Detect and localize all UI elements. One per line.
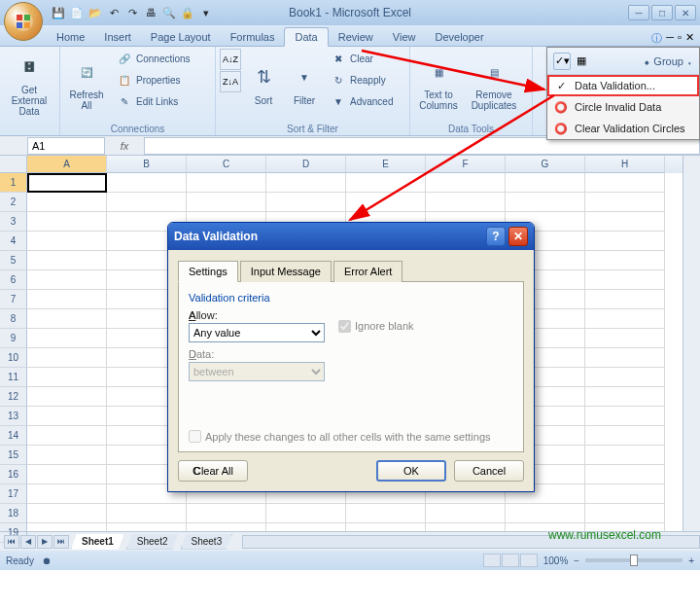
ignore-blank-checkbox[interactable]: Ignore blank [338, 320, 414, 333]
cell[interactable] [585, 212, 665, 232]
dialog-titlebar[interactable]: Data Validation ? ✕ [168, 223, 534, 250]
consolidate-icon[interactable]: ▦ [577, 54, 586, 67]
cell[interactable] [27, 446, 107, 465]
remove-duplicates-button[interactable]: ▤ Remove Duplicates [467, 49, 521, 119]
zoom-in-button[interactable]: + [688, 555, 694, 566]
cell[interactable] [426, 173, 506, 193]
cell[interactable] [585, 387, 665, 407]
column-header[interactable]: E [346, 156, 426, 173]
column-header[interactable]: C [187, 156, 266, 173]
dialog-tab-input-message[interactable]: Input Message [240, 261, 332, 282]
cell[interactable] [107, 504, 187, 523]
cell[interactable] [585, 193, 665, 212]
cell[interactable] [266, 504, 346, 523]
cell[interactable] [266, 173, 346, 193]
cell[interactable] [27, 426, 107, 446]
cell[interactable] [266, 523, 346, 531]
advanced-filter-button[interactable]: ▼Advanced [327, 91, 397, 111]
edit-links-button[interactable]: ✎Edit Links [113, 91, 194, 111]
column-header[interactable]: A [27, 156, 107, 173]
cell[interactable] [585, 290, 665, 309]
cell[interactable] [585, 368, 665, 387]
row-header[interactable]: 13 [0, 407, 27, 426]
cell[interactable] [27, 407, 107, 426]
qat-dropdown-icon[interactable]: ▾ [198, 5, 214, 20]
cell[interactable] [27, 387, 107, 407]
cell[interactable] [27, 251, 107, 270]
row-header[interactable]: 14 [0, 426, 27, 446]
dialog-tab-error-alert[interactable]: Error Alert [333, 261, 403, 282]
cell[interactable] [27, 465, 107, 484]
column-header[interactable]: F [426, 156, 506, 173]
tab-formulas[interactable]: Formulas [221, 28, 285, 46]
cell[interactable] [27, 368, 107, 387]
cell[interactable] [27, 193, 107, 212]
text-to-columns-button[interactable]: ▦ Text to Columns [414, 49, 463, 119]
tab-page-layout[interactable]: Page Layout [141, 28, 221, 46]
cell[interactable] [107, 193, 187, 212]
save-icon[interactable]: 💾 [51, 5, 66, 20]
cell[interactable] [187, 193, 266, 212]
print-icon[interactable]: 🖶 [143, 5, 158, 20]
clear-filter-button[interactable]: ✖Clear [327, 49, 397, 68]
tab-view[interactable]: View [383, 28, 426, 46]
get-external-data-button[interactable]: 🗄️ Get External Data [4, 49, 54, 119]
sort-button[interactable]: ⇅ Sort [245, 49, 282, 119]
cell[interactable] [187, 173, 266, 193]
properties-button[interactable]: 📋Properties [113, 70, 194, 89]
sheet-next-button[interactable]: ▶ [37, 535, 52, 549]
cell[interactable] [585, 251, 665, 270]
new-icon[interactable]: 📄 [69, 5, 85, 20]
cell[interactable] [187, 504, 266, 523]
row-header[interactable]: 6 [0, 270, 27, 290]
clear-all-button[interactable]: CClear All [178, 460, 248, 482]
dialog-tab-settings[interactable]: Settings [178, 261, 238, 282]
minimize-ribbon-icon[interactable]: ─ [666, 31, 674, 46]
row-header[interactable]: 5 [0, 251, 27, 270]
cell[interactable] [27, 290, 107, 309]
row-header[interactable]: 1 [0, 173, 27, 193]
sheet-tab-2[interactable]: Sheet2 [126, 534, 179, 550]
tab-home[interactable]: Home [47, 28, 94, 46]
tab-developer[interactable]: Developer [425, 28, 493, 46]
office-button[interactable] [4, 2, 43, 41]
row-header[interactable]: 12 [0, 387, 27, 407]
cell[interactable] [27, 173, 107, 193]
cell[interactable] [266, 193, 346, 212]
row-header[interactable]: 16 [0, 465, 27, 484]
minimize-button[interactable]: ─ [628, 5, 649, 20]
sheet-prev-button[interactable]: ◀ [20, 535, 36, 549]
close-workbook-icon[interactable]: ✕ [685, 31, 694, 46]
name-box[interactable]: A1 [27, 137, 105, 155]
dialog-close-button[interactable]: ✕ [508, 227, 528, 246]
data-validation-split-icon[interactable]: ✓▾ [553, 53, 571, 70]
help-icon[interactable]: ⓘ [651, 31, 662, 46]
sheet-tab-1[interactable]: Sheet1 [71, 534, 124, 550]
row-header[interactable]: 9 [0, 329, 27, 348]
sheet-first-button[interactable]: ⏮ [4, 535, 19, 549]
cell[interactable] [27, 309, 107, 329]
cell[interactable] [506, 193, 585, 212]
row-header[interactable]: 7 [0, 290, 27, 309]
open-icon[interactable]: 📂 [88, 5, 103, 20]
cell[interactable] [27, 523, 107, 531]
cell[interactable] [187, 523, 266, 531]
column-header[interactable]: G [506, 156, 585, 173]
cell[interactable] [346, 173, 426, 193]
fx-label[interactable]: fx [105, 140, 144, 152]
maximize-button[interactable]: □ [651, 5, 673, 20]
cell[interactable] [585, 348, 665, 368]
cell[interactable] [27, 212, 107, 232]
cell[interactable] [27, 232, 107, 251]
row-header[interactable]: 17 [0, 484, 27, 504]
menu-clear-circles[interactable]: ⭕Clear Validation Circles [547, 118, 699, 139]
undo-icon[interactable]: ↶ [106, 5, 122, 20]
cell[interactable] [585, 465, 665, 484]
cell[interactable] [426, 523, 506, 531]
tab-insert[interactable]: Insert [94, 28, 141, 46]
menu-circle-invalid[interactable]: ⭕Circle Invalid Data [547, 96, 699, 118]
cell[interactable] [585, 270, 665, 290]
lock-icon[interactable]: 🔒 [180, 5, 195, 20]
column-header[interactable]: H [585, 156, 665, 173]
select-all-corner[interactable] [0, 156, 27, 173]
